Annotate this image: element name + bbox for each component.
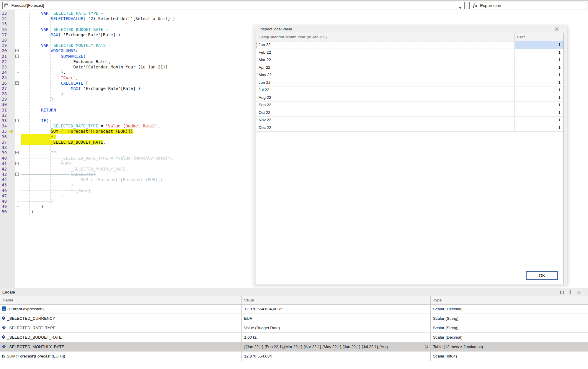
table-row[interactable]: Dec 221: [256, 124, 564, 132]
maximize-icon[interactable]: [560, 290, 564, 294]
local-value-cell[interactable]: {{Jan 22,1},{Feb 22,1},{Mar 22,1},{Apr 2…: [241, 342, 430, 351]
line-number: 38: [2, 145, 14, 150]
curr-value-cell[interactable]: 1: [514, 71, 564, 79]
table-row[interactable]: Jan 221: [256, 41, 564, 49]
line-number: 22: [2, 59, 14, 64]
curr-value-cell[interactable]: 1: [514, 49, 564, 56]
local-name-cell[interactable]: +-=/(Current expression): [0, 304, 241, 314]
month-cell[interactable]: Sep 22: [256, 101, 514, 109]
line-number: 13: [2, 11, 14, 16]
local-name-cell[interactable]: _SELECTED_CURRENCY: [0, 314, 241, 323]
ok-button[interactable]: OK: [526, 271, 558, 280]
curr-value-cell[interactable]: 1: [514, 64, 564, 71]
magnifier-icon[interactable]: [424, 345, 429, 350]
month-cell[interactable]: Mar 22: [256, 56, 514, 64]
line-number: 31: [2, 107, 14, 113]
table-row[interactable]: Jul 221: [256, 86, 564, 94]
expression-type-label: Expression: [480, 3, 501, 8]
local-value-cell[interactable]: 1,00 kr.: [241, 333, 430, 342]
table-row[interactable]: Jun 221: [256, 79, 564, 87]
column-header-name: Name: [3, 296, 13, 304]
curr-value-cell[interactable]: 1: [514, 117, 564, 124]
table-icon: [4, 4, 8, 7]
locals-row[interactable]: _SELECTED_CURRENCYEURScalar (String): [0, 314, 588, 323]
month-cell[interactable]: Dec 22: [256, 124, 514, 132]
variable-icon: [2, 335, 6, 340]
expression-icon: +-=/: [2, 306, 6, 311]
fold-region-end: [17, 206, 19, 207]
inspect-local-value-dialog: Inspect local value Date[Calendar Month …: [253, 25, 567, 285]
close-icon[interactable]: [577, 290, 581, 294]
code-line: VAR _SELECTED_RATE_TYPE =: [20, 11, 588, 16]
local-name: _SELECTED_MONTHLY_RATE: [7, 345, 64, 349]
local-value-cell[interactable]: Value (Budget Rate): [241, 323, 430, 332]
local-name: _SELECTED_BUDGET_RATE: [7, 335, 62, 340]
table-row[interactable]: May 221: [256, 71, 564, 79]
fold-region-end: [17, 99, 19, 99]
locals-row[interactable]: _SELECTED_MONTHLY_RATE{{Jan 22,1},{Feb 2…: [0, 342, 588, 352]
line-number: 39: [2, 150, 14, 155]
fold-collapse-icon[interactable]: [15, 119, 19, 122]
local-name-cell[interactable]: fxSUM('Forecast'[Forecast (EUR)]): [0, 352, 241, 361]
local-type-cell: Scalar (Decimal): [430, 304, 588, 314]
month-cell[interactable]: Jun 22: [256, 79, 514, 86]
local-type-cell: Scalar (Int64): [430, 352, 588, 361]
curr-value-cell[interactable]: 1: [514, 86, 564, 94]
table-row[interactable]: Mar 221: [256, 56, 564, 64]
expression-selector-combobox[interactable]: 'Forecast'[Forecast]: [2, 2, 465, 9]
month-cell[interactable]: May 22: [256, 71, 514, 79]
line-number: 37: [2, 140, 14, 145]
fold-region-line: [17, 58, 17, 73]
curr-value-cell[interactable]: 1: [514, 41, 564, 49]
curr-value-cell[interactable]: 1: [514, 56, 564, 64]
line-number: 27: [2, 86, 14, 91]
local-name-cell[interactable]: _SELECTED_RATE_TYPE: [0, 323, 241, 332]
line-number: 15: [2, 21, 14, 27]
month-cell[interactable]: Feb 22: [256, 49, 514, 56]
month-cell[interactable]: Jan 22: [256, 41, 514, 49]
local-value-cell[interactable]: 12.870.554.634,00 kr.: [241, 304, 430, 314]
fx-icon: fx: [473, 3, 477, 9]
month-cell[interactable]: Oct 22: [256, 109, 514, 117]
fold-collapse-icon[interactable]: [15, 49, 19, 52]
table-row[interactable]: Feb 221: [256, 49, 564, 57]
fold-collapse-icon[interactable]: [15, 173, 19, 176]
month-cell[interactable]: Apr 22: [256, 64, 514, 71]
local-name-cell[interactable]: _SELECTED_BUDGET_RATE: [0, 333, 241, 342]
curr-value-cell[interactable]: 1: [514, 79, 564, 86]
close-icon[interactable]: [554, 27, 559, 32]
locals-row[interactable]: _SELECTED_BUDGET_RATE1,00 kr.Scalar (Dec…: [0, 333, 588, 342]
month-cell[interactable]: Nov 22: [256, 117, 514, 124]
fold-region-end: [17, 72, 19, 73]
fold-collapse-icon[interactable]: [15, 151, 19, 154]
locals-row[interactable]: _SELECTED_RATE_TYPEValue (Budget Rate)Sc…: [0, 323, 588, 333]
table-row[interactable]: Aug 221: [256, 94, 564, 102]
local-value-table: Date[Calendar Month Year (ie Jan 21)] Cu…: [256, 33, 564, 284]
table-row[interactable]: Oct 221: [256, 109, 564, 117]
locals-rows: +-=/(Current expression)12.870.554.634,0…: [0, 304, 588, 361]
table-row[interactable]: Apr 221: [256, 64, 564, 72]
line-number: 44: [2, 177, 14, 182]
line-number: 21: [2, 54, 14, 59]
curr-value-cell[interactable]: 1: [514, 101, 564, 109]
month-cell[interactable]: Aug 22: [256, 94, 514, 101]
fold-collapse-icon[interactable]: [15, 55, 19, 58]
local-value-cell[interactable]: 12.870.554.634: [241, 352, 430, 361]
local-value-cell[interactable]: EUR: [241, 314, 430, 323]
code-line: SELECTEDVALUE( '2) Selected Unit'[Select…: [20, 16, 588, 21]
curr-value-cell[interactable]: 1: [514, 124, 564, 132]
fold-collapse-icon[interactable]: [15, 162, 19, 165]
chevron-down-icon[interactable]: [459, 5, 462, 10]
curr-value-cell[interactable]: 1: [514, 109, 564, 117]
local-type-cell: Scalar (Decimal): [430, 333, 588, 342]
locals-row[interactable]: +-=/(Current expression)12.870.554.634,0…: [0, 304, 588, 314]
locals-row[interactable]: fxSUM('Forecast'[Forecast (EUR)])12.870.…: [0, 352, 588, 361]
fold-collapse-icon[interactable]: [15, 81, 19, 85]
local-name-cell[interactable]: _SELECTED_MONTHLY_RATE: [0, 342, 241, 351]
local-name: SUM('Forecast'[Forecast (EUR)]): [7, 354, 65, 358]
curr-value-cell[interactable]: 1: [514, 94, 564, 101]
table-row[interactable]: Nov 221: [256, 117, 564, 124]
pin-icon[interactable]: [569, 290, 573, 294]
table-row[interactable]: Sep 221: [256, 101, 564, 109]
month-cell[interactable]: Jul 22: [256, 86, 514, 94]
